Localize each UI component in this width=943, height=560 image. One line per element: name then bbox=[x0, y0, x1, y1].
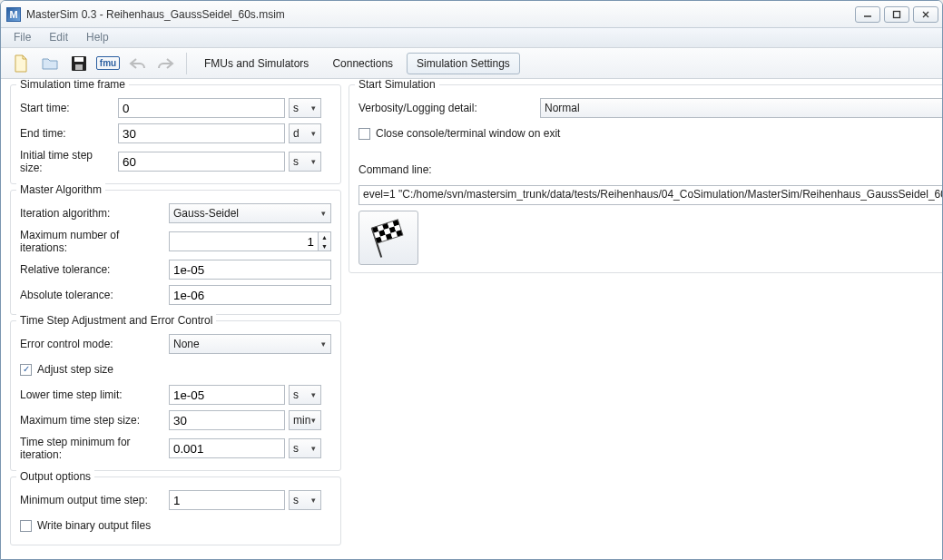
group-master-algo: Master Algorithm Iteration algorithm: Ga… bbox=[10, 190, 341, 315]
checkered-flag-icon bbox=[368, 218, 408, 258]
min-output-step-label: Minimum output time step: bbox=[20, 494, 169, 506]
tab-fmus[interactable]: FMUs and Simulators bbox=[194, 53, 319, 74]
left-column: Simulation time frame Start time: s End … bbox=[10, 84, 341, 554]
tab-simulation-settings[interactable]: Simulation Settings bbox=[407, 53, 520, 74]
maxiter-label: Maximum number of iterations: bbox=[20, 229, 169, 254]
right-column: Start Simulation Verbosity/Logging detai… bbox=[349, 84, 942, 554]
min-iter-step-unit-select[interactable]: s bbox=[289, 438, 321, 458]
group-sim-frame: Simulation time frame Start time: s End … bbox=[10, 84, 341, 184]
close-console-label: Close console/terminal window on exit bbox=[376, 127, 560, 140]
end-time-label: End time: bbox=[20, 127, 118, 140]
svg-rect-5 bbox=[74, 57, 83, 62]
start-time-input[interactable] bbox=[118, 98, 285, 118]
reltol-input[interactable] bbox=[169, 260, 331, 280]
titlebar: M MasterSim 0.3 - Reihenhaus_GaussSeidel… bbox=[1, 1, 942, 28]
group-timestep: Time Step Adjustment and Error Control E… bbox=[10, 320, 341, 471]
window-title: MasterSim 0.3 - Reihenhaus_GaussSeidel_6… bbox=[26, 8, 855, 21]
min-iter-step-label: Time step minimum for iteration: bbox=[20, 436, 169, 461]
menu-edit[interactable]: Edit bbox=[40, 28, 77, 47]
group-start-sim: Start Simulation Verbosity/Logging detai… bbox=[349, 84, 942, 273]
error-mode-select[interactable]: None bbox=[169, 334, 331, 354]
svg-rect-6 bbox=[75, 64, 83, 70]
toolbar-separator bbox=[186, 53, 187, 74]
menu-file[interactable]: File bbox=[5, 28, 40, 47]
adjust-step-label: Adjust step size bbox=[37, 363, 113, 376]
app-icon: M bbox=[6, 7, 21, 22]
close-button[interactable] bbox=[913, 6, 938, 23]
max-step-unit-select[interactable]: min bbox=[289, 410, 321, 430]
max-step-label: Maximum time step size: bbox=[20, 414, 169, 427]
undo-icon[interactable] bbox=[124, 52, 150, 75]
verbosity-label: Verbosity/Logging detail: bbox=[359, 102, 540, 114]
verbosity-select[interactable]: Normal bbox=[540, 98, 942, 118]
group-title-output: Output options bbox=[16, 470, 94, 483]
menubar: File Edit Help bbox=[1, 28, 942, 48]
start-time-label: Start time: bbox=[20, 102, 118, 114]
abstol-label: Absolute tolerance: bbox=[20, 289, 169, 301]
min-iter-step-input[interactable] bbox=[169, 438, 285, 458]
minimize-icon bbox=[863, 10, 872, 19]
initial-step-unit-select[interactable]: s bbox=[289, 152, 321, 172]
min-output-step-unit-select[interactable]: s bbox=[289, 490, 321, 510]
content: Simulation time frame Start time: s End … bbox=[1, 79, 942, 559]
group-title-timestep: Time Step Adjustment and Error Control bbox=[16, 314, 216, 327]
run-button[interactable] bbox=[359, 211, 418, 265]
reltol-label: Relative tolerance: bbox=[20, 263, 169, 276]
group-title-sim-frame: Simulation time frame bbox=[16, 79, 129, 91]
initial-step-input[interactable] bbox=[118, 152, 285, 172]
close-icon bbox=[921, 10, 930, 19]
new-file-icon[interactable] bbox=[8, 52, 34, 75]
lower-limit-input[interactable] bbox=[169, 385, 285, 405]
iter-algo-label: Iteration algorithm: bbox=[20, 207, 169, 220]
tab-connections[interactable]: Connections bbox=[322, 53, 403, 74]
group-title-start-sim: Start Simulation bbox=[355, 79, 439, 91]
fmu-icon[interactable]: fmu bbox=[95, 52, 121, 75]
maximize-button[interactable] bbox=[884, 6, 909, 23]
redo-icon[interactable] bbox=[153, 52, 179, 75]
abstol-input[interactable] bbox=[169, 285, 331, 305]
toolbar: fmu FMUs and Simulators Connections Simu… bbox=[1, 48, 942, 79]
maxiter-spinner[interactable]: ▲▼ bbox=[319, 231, 331, 251]
open-file-icon[interactable] bbox=[37, 52, 63, 75]
command-line-field[interactable]: evel=1 "C:/home/svn/mastersim_trunk/data… bbox=[359, 185, 942, 205]
menu-help[interactable]: Help bbox=[77, 28, 118, 47]
group-output: Output options Minimum output time step:… bbox=[10, 476, 341, 545]
end-time-input[interactable] bbox=[118, 123, 285, 143]
close-console-checkbox[interactable] bbox=[359, 128, 370, 140]
maximize-icon bbox=[892, 10, 901, 19]
lower-limit-label: Lower time step limit: bbox=[20, 388, 169, 401]
minimize-button[interactable] bbox=[855, 6, 880, 23]
group-title-master-algo: Master Algorithm bbox=[16, 183, 105, 196]
save-icon[interactable] bbox=[66, 52, 92, 75]
initial-step-label: Initial time step size: bbox=[20, 149, 118, 174]
binary-output-label: Write binary output files bbox=[37, 519, 151, 532]
min-output-step-input[interactable] bbox=[169, 490, 285, 510]
error-mode-label: Error control mode: bbox=[20, 338, 169, 350]
binary-output-checkbox[interactable] bbox=[20, 520, 32, 532]
command-line-label: Command line: bbox=[359, 163, 432, 176]
max-step-input[interactable] bbox=[169, 410, 285, 430]
end-time-unit-select[interactable]: d bbox=[289, 123, 321, 143]
lower-limit-unit-select[interactable]: s bbox=[289, 385, 321, 405]
svg-rect-1 bbox=[894, 11, 900, 17]
start-time-unit-select[interactable]: s bbox=[289, 98, 321, 118]
iter-algo-select[interactable]: Gauss-Seidel bbox=[169, 203, 331, 223]
maxiter-input[interactable] bbox=[169, 231, 319, 251]
main-window: M MasterSim 0.3 - Reihenhaus_GaussSeidel… bbox=[0, 0, 943, 560]
adjust-step-checkbox[interactable] bbox=[20, 364, 32, 376]
